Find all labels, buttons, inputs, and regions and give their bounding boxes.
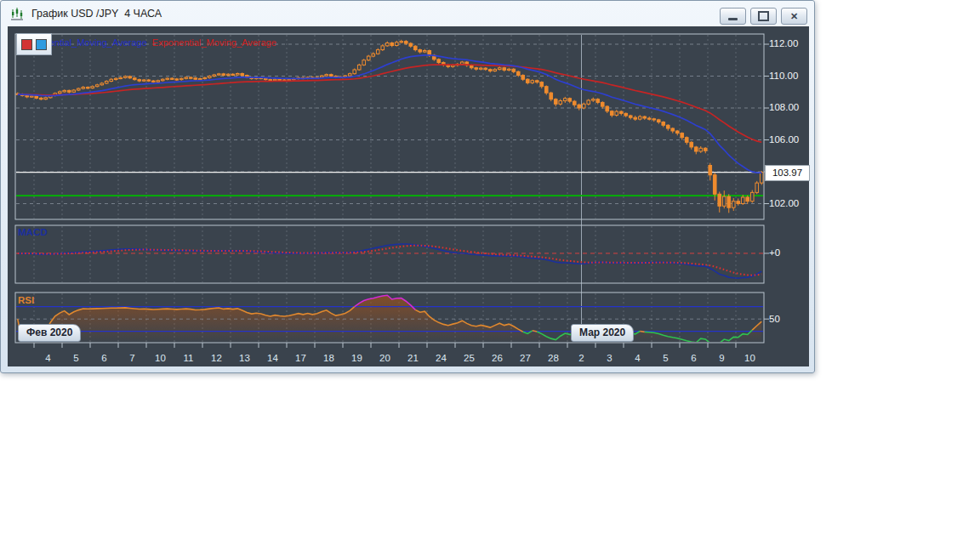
red-indicator-swatch[interactable]	[21, 39, 32, 50]
x-axis-label: 12	[211, 353, 222, 363]
x-axis-label: 27	[520, 353, 531, 363]
x-axis-label: 21	[407, 353, 419, 363]
x-axis-label: 10	[744, 353, 755, 363]
macd-panel-label: MACD	[18, 227, 48, 237]
x-axis-label: 5	[73, 353, 78, 363]
chart-area[interactable]: ential_Moving_Average Exponential_Moving…	[8, 26, 809, 366]
x-axis-label: 9	[719, 353, 724, 363]
y-axis-label: 108.00	[769, 102, 799, 112]
x-axis-label: 6	[101, 353, 106, 363]
window-controls: ✕	[720, 8, 807, 25]
x-axis-label: 5	[663, 353, 668, 363]
chart-window: График USD /JPY 4 ЧАСА ✕ ential_Moving_A…	[0, 0, 815, 373]
chart-app-icon	[9, 5, 26, 22]
rsi-mid-axis-label: 50	[769, 314, 780, 324]
month-tag-feb: Фев 2020	[18, 324, 81, 342]
x-axis-label: 14	[267, 353, 278, 363]
month-tag-mar: Мар 2020	[571, 324, 634, 342]
x-axis-label: 6	[691, 353, 696, 363]
x-axis-label: 26	[492, 353, 503, 363]
minimize-button[interactable]	[720, 8, 746, 25]
window-title: График USD /JPY 4 ЧАСА	[31, 8, 162, 20]
y-axis-label: 110.00	[769, 71, 798, 81]
x-axis-label: 11	[184, 353, 194, 363]
blue-indicator-swatch[interactable]	[36, 39, 47, 50]
rsi-panel-label: RSI	[18, 295, 34, 305]
x-axis-label: 13	[239, 353, 250, 363]
x-axis-label: 3	[607, 353, 612, 363]
ema-slow-label: Exponential_Moving_Average	[152, 37, 276, 48]
ema-fast-label: ential_Moving_Average	[49, 37, 147, 48]
restore-button[interactable]	[750, 8, 777, 25]
macd-zero-axis-label: +0	[769, 247, 780, 258]
restore-icon	[758, 11, 769, 21]
close-button[interactable]: ✕	[781, 8, 807, 25]
x-axis-label: 19	[351, 353, 362, 363]
current-price-tag: 103.97	[765, 165, 810, 181]
x-axis-label: 20	[379, 353, 390, 363]
x-axis-label: 2	[578, 353, 584, 363]
x-axis-label: 24	[436, 353, 447, 363]
title-bar[interactable]: График USD /JPY 4 ЧАСА ✕	[1, 1, 814, 26]
x-axis-label: 25	[464, 353, 475, 363]
x-axis-label: 18	[323, 353, 334, 363]
x-axis-label: 4	[45, 353, 50, 363]
x-axis-label: 7	[129, 353, 134, 363]
chart-canvas	[8, 26, 809, 366]
indicator-buttons[interactable]	[16, 33, 52, 55]
x-axis-label: 10	[155, 353, 166, 363]
x-axis-label: 28	[548, 353, 559, 363]
close-icon: ✕	[790, 12, 798, 21]
x-axis-label: 4	[635, 353, 640, 363]
minimize-icon	[728, 18, 738, 20]
y-axis-label: 106.00	[769, 134, 799, 145]
y-axis-label: 102.00	[769, 198, 799, 208]
y-axis-label: 112.00	[769, 38, 798, 48]
legend: ential_Moving_Average Exponential_Moving…	[49, 37, 276, 48]
x-axis-label: 17	[295, 353, 306, 363]
